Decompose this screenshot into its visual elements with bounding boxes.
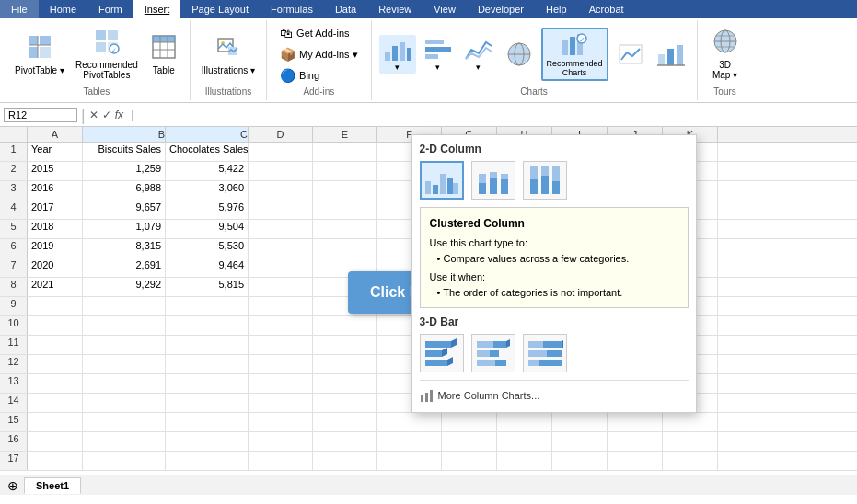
col-header-b[interactable]: B: [83, 127, 166, 142]
3d-clustered-bar-icon[interactable]: [420, 334, 464, 372]
illustrations-button[interactable]: Illustrations ▾: [198, 32, 259, 77]
cell-d10[interactable]: [249, 316, 313, 335]
cell-a6[interactable]: 2019: [28, 239, 83, 258]
new-sheet-icon[interactable]: ⊕: [4, 478, 22, 493]
cell-k16[interactable]: [663, 432, 718, 451]
cell-c16[interactable]: [166, 432, 249, 451]
cell-e5[interactable]: [313, 220, 377, 238]
cell-h17[interactable]: [497, 452, 552, 470]
cell-c14[interactable]: [166, 394, 249, 412]
cell-b16[interactable]: [83, 432, 166, 451]
cell-b2[interactable]: 1,259: [83, 162, 166, 180]
cell-g17[interactable]: [442, 452, 497, 470]
get-addins-button[interactable]: 🛍 Get Add-ins: [274, 24, 354, 42]
cell-e10[interactable]: [313, 316, 377, 335]
tab-help[interactable]: Help: [535, 0, 578, 18]
cell-f15[interactable]: [377, 413, 442, 431]
cell-d7[interactable]: [249, 258, 313, 277]
cell-a5[interactable]: 2018: [28, 220, 83, 238]
cell-c8[interactable]: 5,815: [166, 278, 249, 296]
sparklines-button[interactable]: [612, 40, 649, 69]
cell-d11[interactable]: [249, 336, 313, 354]
cell-c15[interactable]: [166, 413, 249, 431]
cell-e3[interactable]: [313, 181, 377, 200]
cell-a10[interactable]: [28, 316, 83, 335]
cell-e17[interactable]: [313, 452, 377, 470]
cell-b3[interactable]: 6,988: [83, 181, 166, 200]
cell-e16[interactable]: [313, 432, 377, 451]
pivot-chart-button[interactable]: [653, 40, 689, 69]
cell-b17[interactable]: [83, 452, 166, 470]
cell-c17[interactable]: [166, 452, 249, 470]
cell-d2[interactable]: [249, 162, 313, 180]
geography-chart-button[interactable]: [501, 40, 538, 69]
cell-b4[interactable]: 9,657: [83, 200, 166, 219]
more-column-charts-link[interactable]: More Column Charts...: [420, 386, 689, 405]
100-stacked-column-icon[interactable]: [523, 161, 567, 200]
cell-b1[interactable]: Biscuits Sales: [83, 143, 166, 161]
cell-a16[interactable]: [28, 432, 83, 451]
cell-c13[interactable]: [166, 374, 249, 393]
cell-k17[interactable]: [663, 452, 718, 470]
col-header-c[interactable]: C: [166, 127, 249, 142]
cell-c2[interactable]: 5,422: [166, 162, 249, 180]
cell-i17[interactable]: [552, 452, 608, 470]
cell-d16[interactable]: [249, 432, 313, 451]
confirm-formula-icon[interactable]: ✓: [102, 109, 111, 121]
cell-a3[interactable]: 2016: [28, 181, 83, 200]
pivot-table-button[interactable]: PivotTable ▾: [11, 32, 68, 77]
bar-chart-button[interactable]: ▾: [420, 35, 457, 74]
cell-a12[interactable]: [28, 355, 83, 373]
cell-a7[interactable]: 2020: [28, 258, 83, 277]
tab-form[interactable]: Form: [87, 0, 133, 18]
formula-input[interactable]: [141, 108, 853, 122]
cell-b9[interactable]: [83, 297, 166, 315]
col-header-a[interactable]: A: [28, 127, 83, 142]
cell-e11[interactable]: [313, 336, 377, 354]
cell-e15[interactable]: [313, 413, 377, 431]
cell-a15[interactable]: [28, 413, 83, 431]
cell-c1[interactable]: Chocolates Sales: [166, 143, 249, 161]
cell-a4[interactable]: 2017: [28, 200, 83, 219]
cell-c3[interactable]: 3,060: [166, 181, 249, 200]
cell-i15[interactable]: [552, 413, 608, 431]
cell-d6[interactable]: [249, 239, 313, 258]
cell-b10[interactable]: [83, 316, 166, 335]
cell-d1[interactable]: [249, 143, 313, 161]
cell-d8[interactable]: [249, 278, 313, 296]
cell-d5[interactable]: [249, 220, 313, 238]
cell-a8[interactable]: 2021: [28, 278, 83, 296]
cell-d9[interactable]: [249, 297, 313, 315]
3d-stacked-bar-icon[interactable]: [471, 334, 515, 372]
cell-j15[interactable]: [608, 413, 663, 431]
cell-j16[interactable]: [608, 432, 663, 451]
cell-b6[interactable]: 8,315: [83, 239, 166, 258]
cell-d4[interactable]: [249, 200, 313, 219]
col-header-e[interactable]: E: [313, 127, 377, 142]
cancel-formula-icon[interactable]: ✕: [89, 109, 98, 121]
col-header-d[interactable]: D: [249, 127, 313, 142]
cell-e1[interactable]: [313, 143, 377, 161]
cell-c6[interactable]: 5,530: [166, 239, 249, 258]
cell-e12[interactable]: [313, 355, 377, 373]
cell-k15[interactable]: [663, 413, 718, 431]
stacked-column-icon[interactable]: [471, 161, 515, 200]
sheet-tab-1[interactable]: Sheet1: [24, 477, 81, 494]
cell-h16[interactable]: [497, 432, 552, 451]
clustered-column-icon[interactable]: [420, 161, 464, 200]
cell-b7[interactable]: 2,691: [83, 258, 166, 277]
cell-b11[interactable]: [83, 336, 166, 354]
tab-home[interactable]: Home: [39, 0, 87, 18]
cell-c11[interactable]: [166, 336, 249, 354]
cell-c5[interactable]: 9,504: [166, 220, 249, 238]
3d-100-stacked-bar-icon[interactable]: [523, 334, 567, 372]
cell-d15[interactable]: [249, 413, 313, 431]
cell-a9[interactable]: [28, 297, 83, 315]
tab-file[interactable]: File: [0, 0, 39, 18]
cell-c10[interactable]: [166, 316, 249, 335]
cell-e2[interactable]: [313, 162, 377, 180]
cell-j17[interactable]: [608, 452, 663, 470]
bing-button[interactable]: 🔵 Bing: [274, 66, 325, 85]
cell-g16[interactable]: [442, 432, 497, 451]
tab-developer[interactable]: Developer: [467, 0, 535, 18]
